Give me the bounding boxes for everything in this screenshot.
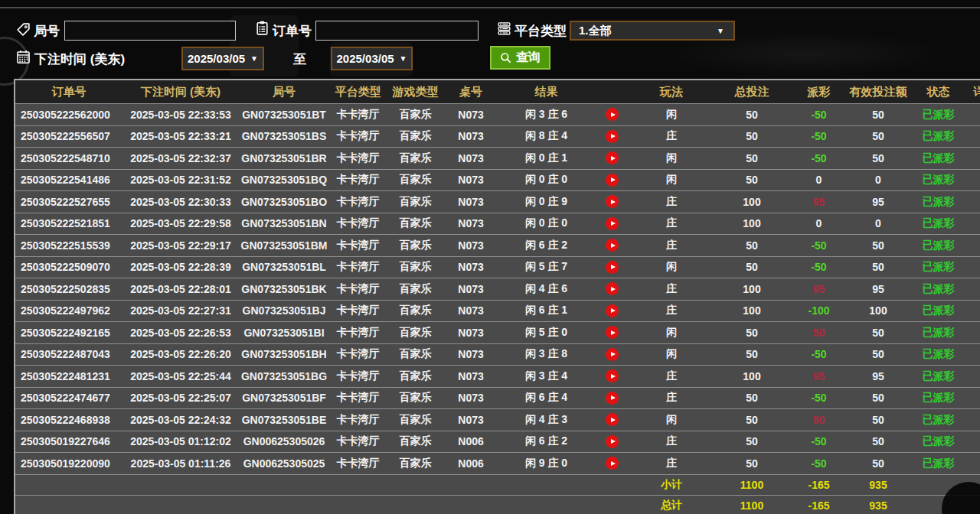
replay-button[interactable] bbox=[606, 457, 619, 470]
subtotal-row-total-bet: 1100 bbox=[714, 475, 790, 495]
bet-side-cell: 闲 bbox=[629, 104, 714, 125]
game-type-cell: 百家乐 bbox=[387, 191, 444, 213]
subtotal-row-result bbox=[498, 475, 595, 495]
detail-cell bbox=[968, 344, 980, 366]
column-header-play bbox=[595, 80, 629, 103]
platform-type-cell: 卡卡湾厅 bbox=[329, 213, 387, 235]
game-no-cell: GN073253051BR bbox=[239, 148, 329, 169]
search-button[interactable]: 查询 bbox=[490, 46, 550, 70]
bet-time-cell: 2025-03-05 22:25:44 bbox=[122, 366, 239, 387]
game-no-cell: GN00625305025 bbox=[239, 453, 329, 474]
game-no-cell: GN00625305026 bbox=[239, 431, 329, 453]
play-icon bbox=[611, 200, 616, 204]
replay-button[interactable] bbox=[606, 304, 619, 317]
replay-button[interactable] bbox=[606, 195, 619, 208]
order-no-cell: 250305222509070 bbox=[15, 257, 122, 278]
payout-cell: 50 bbox=[790, 409, 848, 431]
payout-cell: 0 bbox=[790, 170, 848, 191]
result-cell: 闲 0 庄 0 bbox=[498, 213, 595, 235]
replay-button[interactable] bbox=[606, 217, 619, 230]
bet-side-cell: 庄 bbox=[629, 388, 714, 409]
order-no-input[interactable] bbox=[315, 21, 479, 41]
replay-button[interactable] bbox=[606, 151, 619, 164]
order-no-cell: 250305222492165 bbox=[15, 322, 122, 343]
total-bet-cell: 50 bbox=[714, 388, 790, 409]
valid-bet-cell: 50 bbox=[848, 235, 909, 256]
table-row: 2503052225090702025-03-05 22:28:39GN0732… bbox=[15, 256, 980, 278]
replay-button[interactable] bbox=[606, 392, 619, 405]
payout-cell: 95 bbox=[790, 278, 848, 300]
game-no-cell: GN073253051BO bbox=[239, 191, 329, 213]
detail-cell bbox=[968, 366, 980, 387]
subtotal-row-bet-side: 小计 bbox=[629, 475, 714, 495]
play-icon bbox=[611, 439, 616, 444]
replay-button[interactable] bbox=[606, 130, 619, 143]
total-bet-cell: 50 bbox=[714, 148, 790, 169]
game-type-cell: 百家乐 bbox=[387, 366, 444, 387]
valid-bet-cell: 0 bbox=[848, 170, 909, 191]
replay-button[interactable] bbox=[606, 174, 619, 187]
replay-button[interactable] bbox=[606, 261, 619, 274]
replay-button[interactable] bbox=[606, 282, 619, 295]
bet-side-cell: 闲 bbox=[629, 409, 714, 431]
replay-button[interactable] bbox=[606, 108, 619, 121]
date-from-select[interactable]: 2025/03/05 ▼ bbox=[181, 47, 264, 70]
replay-button[interactable] bbox=[606, 348, 619, 361]
total-bet-cell: 50 bbox=[714, 126, 790, 148]
play-icon bbox=[611, 243, 616, 248]
replay-button[interactable] bbox=[606, 326, 619, 339]
game-type-cell: 百家乐 bbox=[387, 301, 444, 322]
table-no-cell: N006 bbox=[444, 453, 498, 474]
table-no-cell: N006 bbox=[444, 431, 498, 453]
table-row: 2503052225414862025-03-05 22:31:52GN0732… bbox=[15, 169, 980, 191]
order-no-cell: 250305222556507 bbox=[15, 126, 122, 148]
table-no-cell: N073 bbox=[444, 235, 498, 256]
valid-bet-cell: 100 bbox=[848, 301, 909, 322]
table-row: 2503052225218512025-03-05 22:29:58GN0732… bbox=[15, 213, 980, 235]
platform-type-cell: 卡卡湾厅 bbox=[329, 301, 387, 322]
payout-cell: 95 bbox=[790, 366, 848, 387]
result-cell: 闲 8 庄 4 bbox=[498, 126, 595, 148]
platform-stack-icon bbox=[496, 21, 512, 37]
replay-button[interactable] bbox=[606, 369, 619, 382]
total-bet-cell: 100 bbox=[714, 278, 790, 300]
result-cell: 闲 6 庄 2 bbox=[498, 431, 595, 453]
subtotal-row-table-no bbox=[444, 475, 498, 495]
payout-cell: -50 bbox=[790, 104, 848, 125]
valid-bet-cell: 95 bbox=[848, 366, 909, 387]
grand-total-row-order-no bbox=[15, 496, 122, 514]
bet-time-cell: 2025-03-05 22:29:17 bbox=[122, 235, 239, 256]
bet-side-cell: 庄 bbox=[629, 366, 714, 387]
play-icon bbox=[611, 461, 616, 466]
chevron-down-icon: ▼ bbox=[250, 54, 258, 63]
table-no-cell: N073 bbox=[444, 126, 498, 148]
play-icon bbox=[611, 308, 616, 313]
date-to-select[interactable]: 2025/03/05 ▼ bbox=[331, 47, 413, 70]
play-cell bbox=[595, 170, 629, 191]
play-icon bbox=[611, 265, 616, 269]
game-type-cell: 百家乐 bbox=[387, 213, 444, 235]
result-cell: 闲 6 庄 4 bbox=[498, 388, 595, 409]
platform-type-cell: 卡卡湾厅 bbox=[329, 257, 387, 278]
game-no-input[interactable] bbox=[64, 21, 236, 41]
replay-button[interactable] bbox=[606, 413, 619, 426]
bet-time-cell: 2025-03-05 01:11:26 bbox=[122, 453, 239, 474]
table-no-cell: N073 bbox=[444, 322, 498, 343]
platform-type-cell: 卡卡湾厅 bbox=[329, 388, 387, 409]
payout-cell: -50 bbox=[790, 257, 848, 278]
replay-button[interactable] bbox=[606, 435, 619, 448]
detail-cell bbox=[968, 322, 980, 343]
grand-total-row-game-type bbox=[387, 496, 444, 514]
grand-total-row-total-bet: 1100 bbox=[714, 496, 790, 514]
total-bet-cell: 50 bbox=[714, 170, 790, 191]
play-icon bbox=[611, 418, 616, 422]
play-cell bbox=[595, 278, 629, 300]
game-type-cell: 百家乐 bbox=[387, 257, 444, 278]
game-no-cell: GN073253051BH bbox=[239, 344, 329, 366]
result-cell: 闲 5 庄 7 bbox=[498, 257, 595, 278]
game-no-cell: GN073253051BI bbox=[239, 322, 329, 343]
grand-total-row-valid-bet: 935 bbox=[848, 496, 909, 514]
platform-select[interactable]: 1.全部 ▼ bbox=[570, 21, 735, 41]
result-cell: 闲 6 庄 1 bbox=[498, 301, 595, 322]
replay-button[interactable] bbox=[606, 239, 619, 252]
